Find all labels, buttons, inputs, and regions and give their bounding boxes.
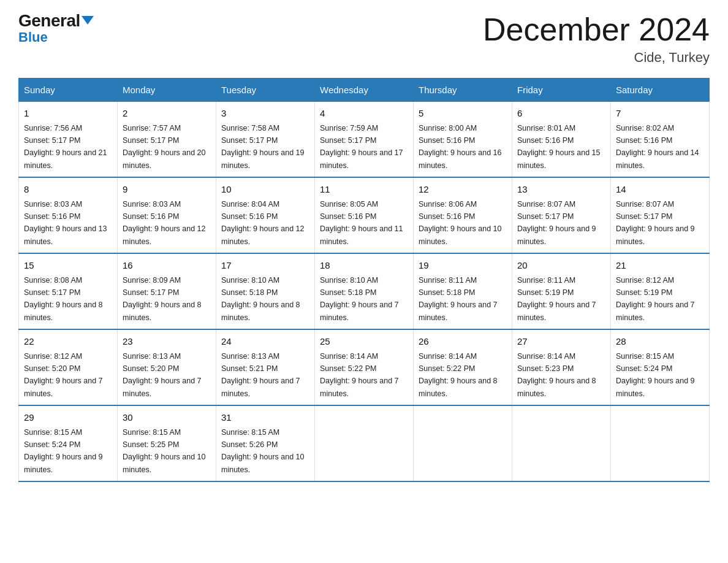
location: Cide, Turkey xyxy=(483,50,710,66)
weekday-header-row: SundayMondayTuesdayWednesdayThursdayFrid… xyxy=(19,79,710,102)
day-number: 14 xyxy=(616,183,704,197)
title-section: December 2024 Cide, Turkey xyxy=(483,12,710,66)
day-number: 30 xyxy=(123,411,211,425)
calendar-week-row: 22 Sunrise: 8:12 AMSunset: 5:20 PMDaylig… xyxy=(19,329,710,405)
day-number: 7 xyxy=(616,107,704,121)
calendar-cell: 14 Sunrise: 8:07 AMSunset: 5:17 PMDaylig… xyxy=(611,177,710,253)
page-header: General Blue December 2024 Cide, Turkey xyxy=(18,12,710,66)
calendar-cell: 24 Sunrise: 8:13 AMSunset: 5:21 PMDaylig… xyxy=(216,329,315,405)
day-info: Sunrise: 8:12 AMSunset: 5:20 PMDaylight:… xyxy=(24,352,103,398)
calendar-cell: 10 Sunrise: 8:04 AMSunset: 5:16 PMDaylig… xyxy=(216,177,315,253)
day-info: Sunrise: 7:57 AMSunset: 5:17 PMDaylight:… xyxy=(123,124,206,170)
calendar-cell: 16 Sunrise: 8:09 AMSunset: 5:17 PMDaylig… xyxy=(118,253,216,329)
weekday-header-friday: Friday xyxy=(512,79,611,102)
day-number: 25 xyxy=(320,335,408,349)
calendar-cell: 30 Sunrise: 8:15 AMSunset: 5:25 PMDaylig… xyxy=(118,405,216,481)
weekday-header-sunday: Sunday xyxy=(19,79,118,102)
calendar-cell: 9 Sunrise: 8:03 AMSunset: 5:16 PMDayligh… xyxy=(118,177,216,253)
day-number: 1 xyxy=(24,107,112,121)
day-info: Sunrise: 8:07 AMSunset: 5:17 PMDaylight:… xyxy=(616,200,695,246)
calendar-cell: 28 Sunrise: 8:15 AMSunset: 5:24 PMDaylig… xyxy=(611,329,710,405)
day-info: Sunrise: 7:58 AMSunset: 5:17 PMDaylight:… xyxy=(221,124,305,170)
day-number: 15 xyxy=(24,259,112,273)
calendar-cell: 1 Sunrise: 7:56 AMSunset: 5:17 PMDayligh… xyxy=(19,102,118,178)
day-number: 11 xyxy=(320,183,408,197)
calendar-cell: 2 Sunrise: 7:57 AMSunset: 5:17 PMDayligh… xyxy=(118,102,216,178)
calendar-cell: 21 Sunrise: 8:12 AMSunset: 5:19 PMDaylig… xyxy=(611,253,710,329)
calendar-cell: 25 Sunrise: 8:14 AMSunset: 5:22 PMDaylig… xyxy=(315,329,414,405)
day-number: 9 xyxy=(123,183,211,197)
day-number: 4 xyxy=(320,107,408,121)
day-number: 3 xyxy=(221,107,309,121)
day-info: Sunrise: 8:13 AMSunset: 5:21 PMDaylight:… xyxy=(221,352,300,398)
day-number: 27 xyxy=(517,335,605,349)
day-info: Sunrise: 8:14 AMSunset: 5:22 PMDaylight:… xyxy=(320,352,399,398)
day-number: 18 xyxy=(320,259,408,273)
day-number: 13 xyxy=(517,183,605,197)
logo: General Blue xyxy=(18,12,94,44)
day-info: Sunrise: 8:10 AMSunset: 5:18 PMDaylight:… xyxy=(221,276,300,322)
calendar-week-row: 8 Sunrise: 8:03 AMSunset: 5:16 PMDayligh… xyxy=(19,177,710,253)
weekday-header-monday: Monday xyxy=(118,79,216,102)
day-info: Sunrise: 8:08 AMSunset: 5:17 PMDaylight:… xyxy=(24,276,103,322)
calendar-cell xyxy=(611,405,710,481)
day-number: 29 xyxy=(24,411,112,425)
day-number: 24 xyxy=(221,335,309,349)
calendar-cell: 23 Sunrise: 8:13 AMSunset: 5:20 PMDaylig… xyxy=(118,329,216,405)
month-title: December 2024 xyxy=(483,12,710,47)
day-number: 23 xyxy=(123,335,211,349)
day-info: Sunrise: 8:01 AMSunset: 5:16 PMDaylight:… xyxy=(517,124,601,170)
calendar-cell: 12 Sunrise: 8:06 AMSunset: 5:16 PMDaylig… xyxy=(414,177,512,253)
day-info: Sunrise: 7:56 AMSunset: 5:17 PMDaylight:… xyxy=(24,124,107,170)
calendar-cell xyxy=(315,405,414,481)
calendar-cell: 22 Sunrise: 8:12 AMSunset: 5:20 PMDaylig… xyxy=(19,329,118,405)
day-number: 6 xyxy=(517,107,605,121)
calendar-cell: 13 Sunrise: 8:07 AMSunset: 5:17 PMDaylig… xyxy=(512,177,611,253)
day-info: Sunrise: 8:11 AMSunset: 5:19 PMDaylight:… xyxy=(517,276,596,322)
weekday-header-thursday: Thursday xyxy=(414,79,512,102)
calendar-week-row: 15 Sunrise: 8:08 AMSunset: 5:17 PMDaylig… xyxy=(19,253,710,329)
calendar-cell: 6 Sunrise: 8:01 AMSunset: 5:16 PMDayligh… xyxy=(512,102,611,178)
calendar-cell: 15 Sunrise: 8:08 AMSunset: 5:17 PMDaylig… xyxy=(19,253,118,329)
day-info: Sunrise: 8:09 AMSunset: 5:17 PMDaylight:… xyxy=(123,276,202,322)
day-info: Sunrise: 8:03 AMSunset: 5:16 PMDaylight:… xyxy=(123,200,206,246)
day-info: Sunrise: 8:02 AMSunset: 5:16 PMDaylight:… xyxy=(616,124,699,170)
day-number: 19 xyxy=(419,259,507,273)
calendar-cell: 26 Sunrise: 8:14 AMSunset: 5:22 PMDaylig… xyxy=(414,329,512,405)
weekday-header-wednesday: Wednesday xyxy=(315,79,414,102)
day-info: Sunrise: 8:04 AMSunset: 5:16 PMDaylight:… xyxy=(221,200,305,246)
logo-name-top: General xyxy=(18,12,94,29)
calendar-week-row: 1 Sunrise: 7:56 AMSunset: 5:17 PMDayligh… xyxy=(19,102,710,178)
calendar-cell xyxy=(414,405,512,481)
day-number: 31 xyxy=(221,411,309,425)
calendar-cell: 5 Sunrise: 8:00 AMSunset: 5:16 PMDayligh… xyxy=(414,102,512,178)
calendar-cell: 3 Sunrise: 7:58 AMSunset: 5:17 PMDayligh… xyxy=(216,102,315,178)
day-info: Sunrise: 8:00 AMSunset: 5:16 PMDaylight:… xyxy=(419,124,502,170)
calendar-cell xyxy=(512,405,611,481)
calendar-cell: 27 Sunrise: 8:14 AMSunset: 5:23 PMDaylig… xyxy=(512,329,611,405)
calendar-week-row: 29 Sunrise: 8:15 AMSunset: 5:24 PMDaylig… xyxy=(19,405,710,481)
calendar-cell: 17 Sunrise: 8:10 AMSunset: 5:18 PMDaylig… xyxy=(216,253,315,329)
calendar-cell: 7 Sunrise: 8:02 AMSunset: 5:16 PMDayligh… xyxy=(611,102,710,178)
day-number: 21 xyxy=(616,259,704,273)
day-info: Sunrise: 7:59 AMSunset: 5:17 PMDaylight:… xyxy=(320,124,403,170)
calendar-cell: 8 Sunrise: 8:03 AMSunset: 5:16 PMDayligh… xyxy=(19,177,118,253)
day-number: 22 xyxy=(24,335,112,349)
day-info: Sunrise: 8:07 AMSunset: 5:17 PMDaylight:… xyxy=(517,200,596,246)
calendar-cell: 11 Sunrise: 8:05 AMSunset: 5:16 PMDaylig… xyxy=(315,177,414,253)
day-number: 26 xyxy=(419,335,507,349)
weekday-header-saturday: Saturday xyxy=(611,79,710,102)
day-number: 8 xyxy=(24,183,112,197)
day-info: Sunrise: 8:10 AMSunset: 5:18 PMDaylight:… xyxy=(320,276,399,322)
day-number: 20 xyxy=(517,259,605,273)
day-info: Sunrise: 8:05 AMSunset: 5:16 PMDaylight:… xyxy=(320,200,403,246)
day-number: 10 xyxy=(221,183,309,197)
day-number: 16 xyxy=(123,259,211,273)
calendar-cell: 29 Sunrise: 8:15 AMSunset: 5:24 PMDaylig… xyxy=(19,405,118,481)
day-number: 5 xyxy=(419,107,507,121)
day-info: Sunrise: 8:15 AMSunset: 5:24 PMDaylight:… xyxy=(24,428,103,474)
calendar-cell: 4 Sunrise: 7:59 AMSunset: 5:17 PMDayligh… xyxy=(315,102,414,178)
calendar-cell: 19 Sunrise: 8:11 AMSunset: 5:18 PMDaylig… xyxy=(414,253,512,329)
day-info: Sunrise: 8:15 AMSunset: 5:26 PMDaylight:… xyxy=(221,428,305,474)
calendar-cell: 31 Sunrise: 8:15 AMSunset: 5:26 PMDaylig… xyxy=(216,405,315,481)
